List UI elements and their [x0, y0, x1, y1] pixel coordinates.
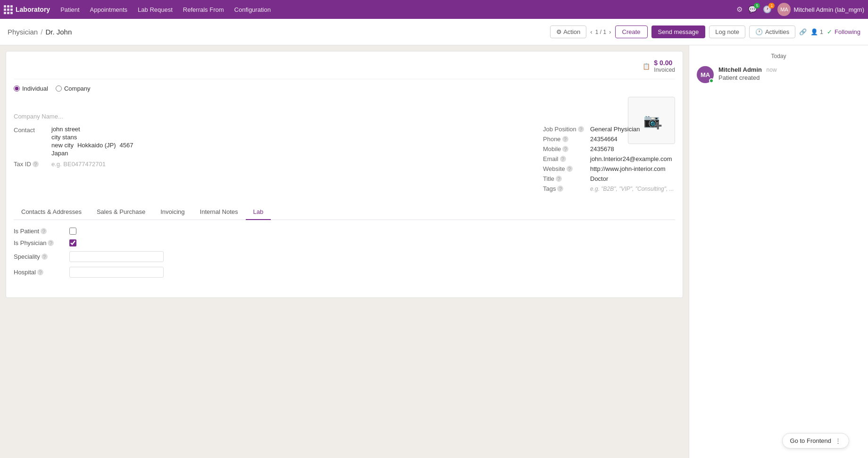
tags-label: Tags ?: [543, 185, 590, 192]
address-city2: city stans: [51, 134, 77, 141]
hospital-input[interactable]: [69, 267, 164, 278]
nav-configuration[interactable]: Configuration: [230, 4, 275, 15]
speciality-field: Speciality ?: [14, 251, 675, 262]
phone-help-icon: ?: [562, 136, 568, 142]
clock-badge: 1: [768, 3, 775, 8]
email-label: Email ?: [543, 155, 590, 162]
clock-icon[interactable]: 🕐 1: [763, 5, 772, 14]
lab-tab-content: Is Patient ? Is Physician ? Spec: [14, 220, 675, 290]
tab-notes[interactable]: Internal Notes: [192, 204, 246, 220]
app-name: Laboratory: [16, 6, 50, 13]
action-button[interactable]: ⚙ Action: [550, 25, 586, 38]
title-value: Doctor: [590, 175, 608, 182]
form-area: 📋 $ 0.00 Invoiced Individual Company: [0, 45, 689, 458]
phone-value: 24354664: [590, 136, 618, 143]
record-navigation: ‹ 1 / 1 ›: [590, 28, 611, 35]
breadcrumb-parent[interactable]: Physician: [8, 28, 38, 36]
title-help-icon: ?: [556, 176, 562, 182]
form-right: Job Position ? General Physician Phone ?…: [543, 126, 675, 195]
chatter-message-text: Patient created: [718, 74, 777, 81]
is-physician-checkbox[interactable]: [69, 239, 76, 246]
user-menu[interactable]: MA Mitchell Admin (lab_mgm): [777, 3, 864, 16]
invoice-edit-icon: 📋: [643, 63, 650, 70]
invoice-label: Invoiced: [654, 67, 675, 73]
tax-id-input[interactable]: [51, 161, 131, 168]
chatter-time: now: [767, 67, 777, 73]
is-physician-help-icon: ?: [48, 240, 54, 246]
tags-field: Tags ? e.g. "B2B", "VIP", "Consulting", …: [543, 185, 675, 192]
is-patient-help-icon: ?: [41, 228, 47, 234]
tab-contacts[interactable]: Contacts & Addresses: [14, 204, 89, 220]
settings-icon[interactable]: ⚙: [736, 5, 743, 14]
chatter-author: Mitchell Admin: [718, 66, 762, 73]
chatter-content: Mitchell Admin now Patient created: [718, 66, 777, 81]
phone-label: Phone ?: [543, 136, 590, 143]
app-brand[interactable]: Laboratory: [4, 5, 50, 14]
user-name: Mitchell Admin (lab_mgm): [793, 6, 864, 13]
individual-radio[interactable]: [14, 85, 20, 92]
address-block: john street city stans new city Hokkaido…: [51, 126, 134, 157]
form-left: Contact john street city stans ne: [14, 126, 532, 195]
job-position-label: Job Position ?: [543, 126, 590, 133]
mobile-help-icon: ?: [562, 146, 568, 152]
form-content: Contact john street city stans ne: [14, 126, 675, 195]
address-line3: new city Hokkaido (JP) 4567: [51, 142, 134, 149]
address-line1: john street: [51, 126, 134, 133]
prev-record-button[interactable]: ‹: [590, 28, 592, 35]
activities-button[interactable]: 🕐 Activities: [749, 25, 795, 38]
checkmark-icon: ✓: [827, 28, 832, 35]
tax-help-icon: ?: [33, 161, 39, 167]
navbar-menu: Patient Appointments Lab Request Referra…: [56, 4, 734, 15]
company-radio-label[interactable]: Company: [56, 85, 91, 92]
tab-invoicing[interactable]: Invoicing: [153, 204, 192, 220]
goto-frontend-label: Go to Frontend: [790, 437, 831, 444]
nav-lab-request[interactable]: Lab Request: [133, 4, 177, 15]
company-name-input[interactable]: [14, 113, 618, 120]
tags-help-icon: ?: [557, 186, 563, 192]
tax-id-field: Tax ID ?: [14, 161, 532, 168]
chatter-avatar-wrapper: MA: [697, 66, 714, 83]
is-physician-field: Is Physician ?: [14, 239, 675, 246]
log-note-button[interactable]: Log note: [709, 25, 745, 38]
send-message-button[interactable]: Send message: [651, 25, 706, 38]
nav-patient[interactable]: Patient: [56, 4, 84, 15]
following-button[interactable]: ✓ Following: [827, 28, 860, 35]
invoice-widget[interactable]: 📋 $ 0.00 Invoiced: [643, 59, 675, 73]
company-radio[interactable]: [56, 85, 62, 92]
hospital-field: Hospital ?: [14, 267, 675, 278]
tags-value[interactable]: e.g. "B2B", "VIP", "Consulting", ...: [590, 186, 674, 192]
link-icon[interactable]: 🔗: [799, 28, 807, 35]
job-position-field: Job Position ? General Physician: [543, 126, 675, 133]
is-patient-field: Is Patient ?: [14, 228, 675, 235]
goto-menu-icon[interactable]: ⋮: [835, 437, 841, 444]
address-line2: city stans: [51, 134, 134, 141]
title-field: Title ? Doctor: [543, 175, 675, 182]
contact-name-input[interactable]: Dr. John: [14, 97, 618, 110]
speciality-input[interactable]: [69, 251, 164, 262]
tab-sales[interactable]: Sales & Purchase: [89, 204, 153, 220]
nav-appointments[interactable]: Appointments: [85, 4, 133, 15]
next-record-button[interactable]: ›: [609, 28, 611, 35]
contact-address: john street city stans new city Hokkaido…: [51, 126, 134, 157]
website-value: http://www.john-interior.com: [590, 165, 666, 172]
online-status-dot: [709, 78, 714, 83]
main-layout: 📋 $ 0.00 Invoiced Individual Company: [0, 45, 868, 458]
chat-icon[interactable]: 💬 5: [748, 5, 757, 14]
following-label: Following: [835, 28, 860, 35]
mobile-field: Mobile ? 2435678: [543, 145, 675, 153]
contact-label: Contact: [14, 126, 51, 134]
hospital-help-icon: ?: [37, 269, 43, 275]
follower-count[interactable]: 👤 1: [810, 28, 823, 35]
activities-label: Activities: [765, 28, 789, 35]
nav-referrals[interactable]: Referrals From: [178, 4, 229, 15]
breadcrumb-separator: /: [41, 28, 42, 36]
create-button[interactable]: Create: [615, 25, 648, 38]
individual-radio-label[interactable]: Individual: [14, 85, 48, 92]
tab-lab[interactable]: Lab: [246, 204, 271, 220]
contact-field: Contact john street city stans ne: [14, 126, 532, 157]
is-patient-checkbox[interactable]: [69, 228, 76, 235]
speciality-help-icon: ?: [42, 254, 48, 260]
record-type-group: Individual Company: [14, 85, 675, 92]
goto-frontend-button[interactable]: Go to Frontend ⋮: [782, 433, 849, 449]
job-help-icon: ?: [578, 126, 584, 132]
